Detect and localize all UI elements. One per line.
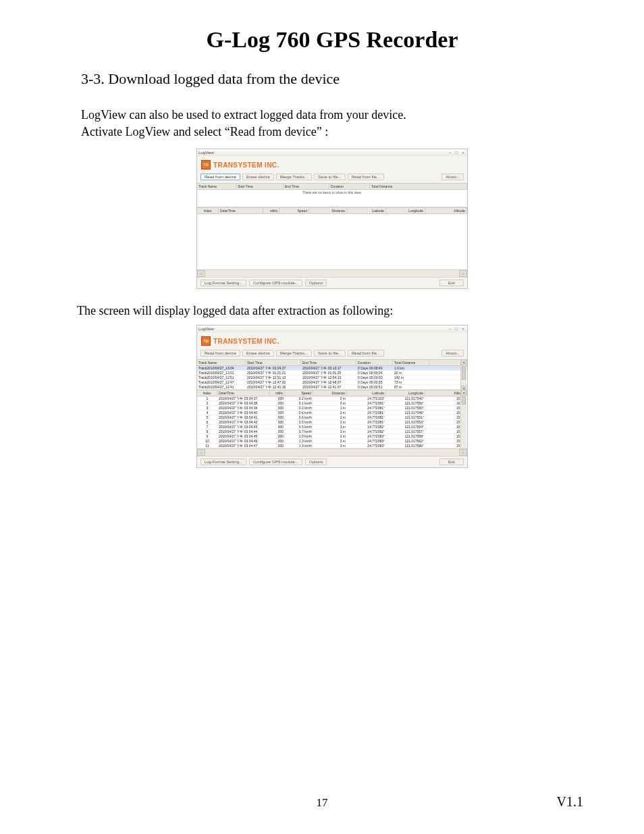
col-total-distance[interactable]: Total Distance: [393, 360, 429, 365]
save-to-file-button[interactable]: Save to file...: [314, 174, 346, 180]
options-button[interactable]: Options: [305, 459, 327, 465]
col-start-time[interactable]: Start Time: [246, 360, 301, 365]
col-distance[interactable]: Distance: [309, 208, 347, 213]
col-end-time[interactable]: End Time: [284, 184, 329, 189]
save-to-file-button[interactable]: Save to file...: [314, 350, 346, 357]
cell: 11: [197, 444, 217, 448]
cell: 7: [197, 425, 217, 429]
about-button[interactable]: About...: [441, 174, 464, 180]
log-format-setting-button[interactable]: Log Format Setting...: [200, 459, 246, 465]
read-from-device-button[interactable]: Read from device: [200, 350, 240, 357]
horizontal-scrollbar[interactable]: ‹ ›: [197, 448, 467, 456]
scroll-up-icon[interactable]: ▴: [461, 390, 466, 396]
table-row[interactable]: 102010/04/27 下午 03:04:460001.3 km/h3 m24…: [197, 439, 467, 444]
col-total-distance[interactable]: Total Distance: [370, 184, 467, 189]
cell: 121.017554°: [386, 425, 425, 429]
table-row[interactable]: 52010/04/27 下午 03:04:410000.6 km/h2 m24.…: [197, 415, 467, 420]
col-track-name[interactable]: Track Name: [197, 360, 246, 365]
cell: 2010/04/27 下午 03:04:47: [217, 444, 270, 448]
cell: 1 m: [313, 406, 347, 410]
table-row[interactable]: 12010/04/27 下午 03:04:370000.2 km/h0 m24.…: [197, 396, 467, 401]
col-millis[interactable]: millis: [263, 208, 279, 213]
col-duration[interactable]: Duration: [356, 360, 393, 365]
table-row[interactable]: Track2010/04/27_13:042010/04/27 下午 03:04…: [197, 366, 467, 371]
brand-text: TRANSYSTEM INC.: [213, 161, 279, 169]
horizontal-scrollbar[interactable]: ‹ ›: [197, 269, 467, 277]
erase-device-button[interactable]: Erase device: [242, 174, 274, 180]
col-datetime[interactable]: Date/Time: [219, 208, 263, 213]
read-from-device-button[interactable]: Read from device: [200, 174, 240, 180]
col-millis[interactable]: millis: [270, 390, 285, 396]
scroll-right-icon[interactable]: ›: [459, 270, 467, 277]
read-from-file-button[interactable]: Read from file...: [348, 174, 384, 180]
items-vscroll[interactable]: ▴: [460, 390, 466, 448]
table-row[interactable]: Track2010/04/27_13:012010/04/27 下午 01:01…: [197, 371, 467, 375]
maximize-icon[interactable]: □: [454, 327, 459, 331]
col-end-time[interactable]: End Time: [301, 360, 356, 365]
scroll-left-icon[interactable]: ‹: [197, 449, 205, 456]
col-duration[interactable]: Duration: [329, 184, 370, 189]
options-button[interactable]: Options: [305, 280, 327, 286]
col-speed[interactable]: Speed: [285, 390, 313, 396]
table-row[interactable]: 92010/04/27 下午 03:04:450001.0 km/h3 m24.…: [197, 434, 467, 439]
col-index[interactable]: Index: [197, 208, 219, 213]
configure-gps-button[interactable]: Configure GPS module...: [249, 280, 302, 286]
col-longitude[interactable]: Longitude: [386, 208, 425, 213]
cell: 0 Days 00:08:40: [356, 366, 393, 370]
table-row[interactable]: Track2010/04/27_12:412010/04/27 下午 12:41…: [197, 385, 467, 390]
col-datetime[interactable]: Date/Time: [217, 390, 270, 396]
cell: 24.772081°: [347, 415, 386, 419]
table-row[interactable]: 72010/04/27 下午 03:04:430000.5 km/h3 m24.…: [197, 425, 467, 429]
table-row[interactable]: 32010/04/27 下午 03:04:390000.2 km/h1 m24.…: [197, 406, 467, 411]
table-row[interactable]: 112010/04/27 下午 03:04:470001.3 km/h3 m24…: [197, 444, 467, 448]
cell: Track2010/04/27_12:47: [197, 380, 246, 384]
col-latitude[interactable]: Latitude: [347, 390, 386, 396]
table-row[interactable]: 82010/04/27 下午 03:04:440000.7 km/h3 m24.…: [197, 429, 467, 434]
col-start-time[interactable]: Start Time: [236, 184, 284, 189]
cell: 1: [197, 396, 217, 400]
col-latitude[interactable]: Latitude: [347, 208, 386, 213]
table-row[interactable]: 42010/04/27 下午 03:04:400000.6 km/h2 m24.…: [197, 411, 467, 415]
about-button[interactable]: About...: [441, 350, 464, 357]
merge-tracks-button[interactable]: Merge Tracks...: [276, 350, 312, 357]
minimize-icon[interactable]: –: [448, 151, 453, 155]
table-row[interactable]: 22010/04/27 下午 03:04:380000.1 km/h0 m24.…: [197, 401, 467, 406]
table-row[interactable]: Track2010/04/27_12:512010/04/27 下午 12:51…: [197, 375, 467, 380]
col-distance[interactable]: Distance: [313, 390, 347, 396]
merge-tracks-button[interactable]: Merge Tracks...: [276, 174, 312, 180]
close-icon[interactable]: ×: [460, 151, 466, 155]
exit-button[interactable]: Exit: [439, 280, 464, 286]
scroll-thumb[interactable]: [462, 366, 466, 380]
toolbar: Read from device Erase device Merge Trac…: [197, 172, 467, 183]
maximize-icon[interactable]: □: [454, 151, 459, 155]
erase-device-button[interactable]: Erase device: [242, 350, 274, 357]
minimize-icon[interactable]: –: [448, 327, 453, 331]
cell: 2 m: [313, 411, 347, 415]
items-list[interactable]: 12010/04/27 下午 03:04:370000.2 km/h0 m24.…: [197, 396, 467, 448]
scroll-left-icon[interactable]: ‹: [197, 270, 205, 277]
cell: 0 Days 00:00:35: [356, 380, 393, 384]
table-row[interactable]: 62010/04/27 下午 03:04:420000.5 km/h2 m24.…: [197, 420, 467, 425]
tracks-vscroll[interactable]: ▴ ▾: [460, 359, 466, 392]
cell: 121.017557°: [386, 429, 425, 434]
col-speed[interactable]: Speed: [279, 208, 309, 213]
close-icon[interactable]: ×: [460, 327, 466, 331]
col-altitude[interactable]: Altitude: [425, 208, 467, 213]
tracks-list[interactable]: Track2010/04/27_13:042010/04/27 下午 03:04…: [197, 366, 467, 390]
col-track-name[interactable]: Track Name: [197, 184, 236, 189]
scroll-thumb[interactable]: [462, 396, 466, 405]
scroll-up-icon[interactable]: ▴: [461, 359, 466, 365]
col-longitude[interactable]: Longitude: [386, 390, 425, 396]
log-format-setting-button[interactable]: Log Format Setting...: [200, 280, 246, 286]
configure-gps-button[interactable]: Configure GPS module...: [249, 459, 302, 465]
cell: 0 Days 00:03:00: [356, 375, 393, 380]
brand-text: TRANSYSTEM INC.: [213, 338, 279, 345]
col-index[interactable]: Index: [197, 390, 217, 396]
cell: 000: [270, 439, 285, 443]
read-from-file-button[interactable]: Read from file...: [348, 350, 384, 357]
scroll-right-icon[interactable]: ›: [459, 449, 467, 456]
cell: 000: [270, 396, 285, 400]
cell: 121.017540°: [386, 396, 425, 400]
exit-button[interactable]: Exit: [439, 459, 464, 465]
table-row[interactable]: Track2010/04/27_12:472010/04/27 下午 12:47…: [197, 380, 467, 385]
